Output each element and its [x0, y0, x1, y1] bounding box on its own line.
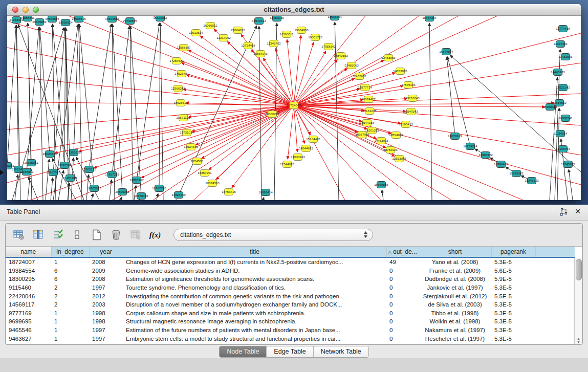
table-row[interactable]: 946554611997Estimation of the future num…	[6, 326, 575, 335]
cell-pagerank[interactable]: 5.3E-5	[491, 326, 535, 335]
create-column-button[interactable]	[89, 227, 105, 243]
cell-in-degree[interactable]: 2	[51, 300, 89, 309]
cell-out-degree[interactable]: 0	[386, 309, 419, 318]
column-header-year[interactable]: year	[89, 247, 123, 257]
tab-network-table[interactable]: Network Table	[314, 346, 368, 357]
column-header-short[interactable]: short	[419, 247, 491, 257]
cell-short[interactable]: Franke et al. (2009)	[419, 267, 491, 275]
cell-in-degree[interactable]: 2	[51, 292, 89, 300]
table-row[interactable]: 977716911998Corpus callosum shape and si…	[6, 309, 575, 318]
cell-out-degree[interactable]: 0	[386, 283, 419, 292]
scrollbar-arrows-icon[interactable]: ▲▼	[575, 337, 582, 344]
window-titlebar[interactable]: citations_edges.txt	[7, 4, 581, 16]
tab-edge-table[interactable]: Edge Table	[267, 346, 313, 357]
cell-in-degree[interactable]: 2	[51, 283, 89, 292]
table-row[interactable]: 969969511998Structural magnetic resonanc…	[6, 317, 575, 326]
cell-pagerank[interactable]: 5.3E-5	[491, 283, 535, 292]
cell-short[interactable]: Nakamura et al. (1997)	[419, 326, 491, 335]
cell-short[interactable]: Hescheler et al. (1997)	[419, 334, 491, 343]
row-height-button[interactable]	[69, 227, 85, 243]
cell-short[interactable]: Tibbo et al. (1998)	[419, 309, 491, 318]
cell-pagerank[interactable]: 5.3E-5	[491, 300, 535, 309]
cell-year[interactable]: 1998	[89, 309, 123, 318]
cell-in-degree[interactable]: 1	[51, 309, 89, 318]
cell-pagerank[interactable]: 5.3E-5	[491, 317, 535, 326]
cell-pagerank[interactable]: 5.9E-5	[491, 275, 535, 283]
cell-short[interactable]: Wolkin et al. (1998)	[419, 317, 491, 326]
cell-year[interactable]: 1997	[89, 326, 123, 335]
cell-name[interactable]: 14569117	[6, 300, 51, 309]
cell-title[interactable]: Genome-wide association studies in ADHD.	[123, 267, 386, 275]
cell-pagerank[interactable]: 5.5E-5	[491, 292, 535, 300]
cell-year[interactable]: 2009	[89, 267, 123, 275]
cell-out-degree[interactable]: 0	[386, 326, 419, 335]
cell-title[interactable]: Estimation of significance thresholds fo…	[123, 275, 386, 283]
table-selector-dropdown[interactable]: citations_edges.txt	[173, 229, 373, 241]
table-row[interactable]: 946362711997Embryonic stem cells: a mode…	[6, 334, 575, 343]
cell-title[interactable]: Disruption of a novel member of a sodium…	[123, 300, 386, 309]
cell-in-degree[interactable]: 6	[51, 267, 89, 275]
cell-out-degree[interactable]: 0	[386, 300, 419, 309]
delete-table-button[interactable]	[127, 227, 144, 243]
cell-in-degree[interactable]: 1	[51, 257, 89, 267]
column-header-name[interactable]: name	[6, 247, 51, 257]
column-header-pagerank[interactable]: pagerank	[491, 247, 535, 257]
table-row[interactable]: 1456911722003Disruption of a novel membe…	[6, 300, 575, 309]
table-row[interactable]: 2242004622012Investigating the contribut…	[6, 292, 575, 300]
select-rows-button[interactable]	[50, 227, 66, 243]
network-canvas[interactable]: 1872400718300295115683871728453314523457…	[7, 16, 581, 200]
cell-title[interactable]: Changes of HCN gene expression and I(f) …	[123, 257, 386, 267]
cell-title[interactable]: Investigating the contribution of common…	[123, 292, 386, 300]
cell-short[interactable]: Yano et al. (2008)	[419, 257, 491, 267]
cell-title[interactable]: Embryonic stem cells: a model to study s…	[123, 334, 386, 343]
scrollbar-thumb[interactable]	[576, 259, 582, 280]
table-row[interactable]: 1830029562008Estimation of significance …	[6, 275, 575, 283]
cell-name[interactable]: 9463627	[6, 334, 51, 343]
drawer-collapse-arrow-icon[interactable]	[0, 170, 4, 175]
cell-in-degree[interactable]: 1	[51, 334, 89, 343]
cell-year[interactable]: 2012	[89, 292, 123, 300]
cell-year[interactable]: 2008	[89, 275, 123, 283]
tab-node-table[interactable]: Node Table	[220, 346, 267, 357]
table-row[interactable]: 1872400712008Changes of HCN gene express…	[6, 257, 575, 267]
float-window-icon[interactable]	[559, 208, 568, 216]
function-builder-button[interactable]: f(x)	[147, 227, 163, 243]
cell-year[interactable]: 1997	[89, 334, 123, 343]
cell-out-degree[interactable]: 0	[386, 292, 419, 300]
cell-out-degree[interactable]: 0	[386, 317, 419, 326]
table-row[interactable]: 1938455462009Genome-wide association stu…	[6, 267, 575, 275]
cell-title[interactable]: Corpus callosum shape and size in male p…	[123, 309, 386, 318]
cell-out-degree[interactable]: 49	[386, 257, 419, 267]
show-columns-button[interactable]	[30, 227, 47, 243]
delete-column-button[interactable]	[108, 227, 124, 243]
cell-pagerank[interactable]: 5.3E-5	[491, 257, 535, 267]
cell-short[interactable]: de Silva et al. (2003)	[419, 300, 491, 309]
column-header-title[interactable]: title	[123, 247, 386, 257]
cell-pagerank[interactable]: 5.3E-5	[491, 334, 535, 343]
table-row[interactable]: 911546021997Tourette syndrome. Phenomeno…	[6, 283, 575, 292]
column-header-out_de[interactable]: △out_de...	[386, 247, 419, 257]
cell-year[interactable]: 1998	[89, 317, 123, 326]
cell-pagerank[interactable]: 5.3E-5	[491, 309, 535, 318]
cell-in-degree[interactable]: 6	[51, 275, 89, 283]
cell-name[interactable]: 22420046	[6, 292, 51, 300]
column-header-filler[interactable]	[535, 247, 575, 257]
cell-year[interactable]: 2003	[89, 300, 123, 309]
cell-name[interactable]: 9115460	[6, 283, 51, 292]
cell-out-degree[interactable]: 0	[386, 267, 419, 275]
cell-short[interactable]: Jankovic et al. (1997)	[419, 283, 491, 292]
cell-pagerank[interactable]: 5.6E-5	[491, 267, 535, 275]
cell-title[interactable]: Tourette syndrome. Phenomenology and cla…	[123, 283, 386, 292]
cell-in-degree[interactable]: 1	[51, 326, 89, 335]
cell-in-degree[interactable]: 1	[51, 317, 89, 326]
cell-title[interactable]: Estimation of the future numbers of pati…	[123, 326, 386, 335]
cell-year[interactable]: 1997	[89, 283, 123, 292]
cell-out-degree[interactable]: 0	[386, 334, 419, 343]
cell-name[interactable]: 9465546	[6, 326, 51, 335]
table-mode-button[interactable]	[11, 227, 27, 243]
cell-short[interactable]: Stergiakouli et al. (2012)	[419, 292, 491, 300]
cell-name[interactable]: 9777169	[6, 309, 51, 318]
cell-name[interactable]: 19384554	[6, 267, 51, 275]
column-header-in_degree[interactable]: in_degree	[51, 247, 89, 257]
cell-name[interactable]: 18300295	[6, 275, 51, 283]
